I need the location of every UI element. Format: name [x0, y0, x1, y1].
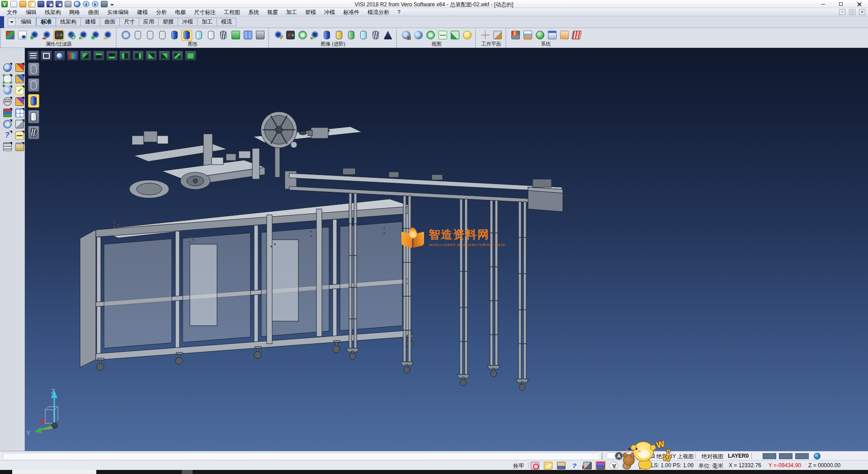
axonometric-view-icon[interactable]	[172, 51, 183, 61]
menu-item[interactable]: 网格	[65, 8, 84, 16]
menu-item[interactable]: 曲面	[84, 8, 103, 16]
context-help-icon[interactable]	[2, 130, 13, 140]
new-file-icon[interactable]	[10, 1, 17, 7]
冲模[interactable]: 冲模	[178, 18, 198, 26]
menu-item[interactable]: 线架构	[41, 8, 65, 16]
wire-image-icon[interactable]	[370, 30, 381, 41]
render-options-icon[interactable]	[230, 30, 241, 41]
display-settings-icon[interactable]	[522, 30, 533, 41]
wireframe-cylinder-icon[interactable]	[132, 30, 143, 41]
maximize-button[interactable]	[832, 0, 850, 8]
color-swatch-button-1[interactable]	[763, 453, 776, 459]
menu-item[interactable]: 建模	[133, 8, 152, 16]
线架构[interactable]: 线架构	[56, 18, 81, 26]
layer-list-icon[interactable]	[2, 142, 13, 152]
lock-status[interactable]: 拴牢	[513, 462, 524, 470]
mdi-minimize-button[interactable]: ─	[839, 9, 845, 15]
iso-view-icon[interactable]	[80, 51, 91, 61]
left-view-icon[interactable]	[119, 51, 131, 61]
zoom-previous-icon[interactable]	[54, 51, 65, 61]
mdi-close-button[interactable]: ✕	[859, 9, 865, 15]
fit-all-icon[interactable]	[41, 51, 52, 61]
color-palette-grid-icon[interactable]	[510, 30, 521, 41]
verified-image-icon[interactable]	[346, 30, 357, 41]
view-face-icon[interactable]	[462, 30, 472, 41]
copy-attributes-icon[interactable]	[17, 30, 28, 41]
bottom-view-icon[interactable]	[106, 51, 118, 61]
edit-image-icon[interactable]	[273, 30, 283, 41]
image-refresh-icon[interactable]	[297, 30, 308, 41]
menu-item[interactable]: 分析	[152, 8, 171, 16]
menu-item[interactable]: 电极	[171, 8, 190, 16]
confirm-check-icon[interactable]	[14, 85, 25, 95]
shaded-view-icon[interactable]	[185, 51, 196, 61]
notes-clipboard-icon[interactable]	[14, 142, 25, 152]
image-toggle-icon[interactable]	[309, 30, 320, 41]
selection-filter-icon[interactable]	[53, 30, 64, 41]
command-prompt-field[interactable]	[3, 453, 599, 459]
regen-view-icon[interactable]	[2, 119, 13, 129]
hidden-line-cylinder-icon[interactable]	[145, 30, 156, 41]
dashed-hidden-cylinder-icon[interactable]	[157, 30, 168, 41]
image-filter-icon[interactable]	[285, 30, 296, 41]
plot-icon[interactable]	[101, 1, 108, 7]
graphics-settings-icon[interactable]	[255, 30, 265, 41]
box-select-icon[interactable]	[556, 461, 566, 470]
front-view-icon[interactable]	[146, 51, 157, 61]
delete-sketch-icon[interactable]	[14, 62, 25, 72]
shadow-image-icon[interactable]	[382, 30, 393, 41]
ucs-cube-icon[interactable]	[595, 461, 606, 470]
hide-remove-icon[interactable]	[41, 30, 52, 41]
orient-axes-icon[interactable]	[67, 51, 78, 61]
redline-cube-icon[interactable]	[582, 461, 593, 470]
undo-icon[interactable]	[83, 1, 90, 7]
color-swatch-button-2[interactable]	[779, 453, 793, 459]
hidden-line-mode-icon[interactable]	[28, 78, 39, 92]
标准[interactable]: 标准	[36, 18, 56, 26]
back-view-icon[interactable]	[159, 51, 170, 61]
refresh-visibility-icon[interactable]	[66, 30, 76, 41]
menu-item[interactable]: 实体编辑	[103, 8, 133, 16]
模流[interactable]: 模流	[217, 18, 236, 26]
print-icon[interactable]	[65, 1, 71, 7]
layer-paint-icon[interactable]	[2, 108, 13, 118]
塑膜[interactable]: 塑膜	[159, 18, 178, 26]
glass-image-icon[interactable]	[358, 30, 369, 41]
quick-help-icon[interactable]	[569, 461, 580, 470]
view-refresh-icon[interactable]	[425, 30, 436, 41]
measure-distance-icon[interactable]	[14, 130, 25, 140]
customize-caret-icon[interactable]	[110, 1, 114, 7]
shirt-badge-icon[interactable]	[609, 461, 619, 470]
menu-item[interactable]: 编辑	[22, 8, 41, 16]
ghost-mode-icon[interactable]	[28, 110, 39, 123]
zoom-window-icon[interactable]	[413, 30, 424, 41]
建模[interactable]: 建模	[81, 18, 100, 26]
select-mode-icon[interactable]	[559, 30, 570, 41]
transparent-cylinder-icon[interactable]	[193, 30, 204, 41]
dynamic-rotate-icon[interactable]	[2, 96, 13, 106]
save-all-icon[interactable]	[56, 1, 62, 7]
mdi-restore-button[interactable]: ▢	[849, 9, 855, 15]
应用[interactable]: 应用	[139, 18, 159, 26]
multi-window-icon[interactable]	[14, 108, 25, 118]
close-button[interactable]	[850, 0, 868, 8]
absolute-view-status[interactable]: 绝对视图	[702, 453, 723, 460]
shaded-mode-icon[interactable]	[28, 94, 39, 108]
menu-item[interactable]: ?	[393, 8, 405, 16]
zoom-extents-icon[interactable]	[401, 30, 411, 41]
show-add-icon[interactable]	[29, 30, 40, 41]
curve-edit-icon[interactable]	[14, 96, 25, 106]
zoom-in-out-icon[interactable]	[2, 85, 13, 95]
show-all-icon[interactable]	[90, 30, 101, 41]
menu-item[interactable]: 工程图	[220, 8, 244, 16]
redo-icon[interactable]	[92, 1, 99, 7]
view-rotate-icon[interactable]	[449, 30, 460, 41]
open-file-icon[interactable]	[19, 1, 26, 7]
workplane-edit-icon[interactable]	[492, 30, 503, 41]
textured-image-icon[interactable]	[334, 30, 344, 41]
minimize-button[interactable]	[814, 0, 832, 8]
view-measure-icon[interactable]	[437, 30, 448, 41]
save-icon[interactable]	[38, 1, 44, 7]
open-recent-icon[interactable]	[28, 1, 35, 7]
magic-select-icon[interactable]	[543, 461, 553, 470]
